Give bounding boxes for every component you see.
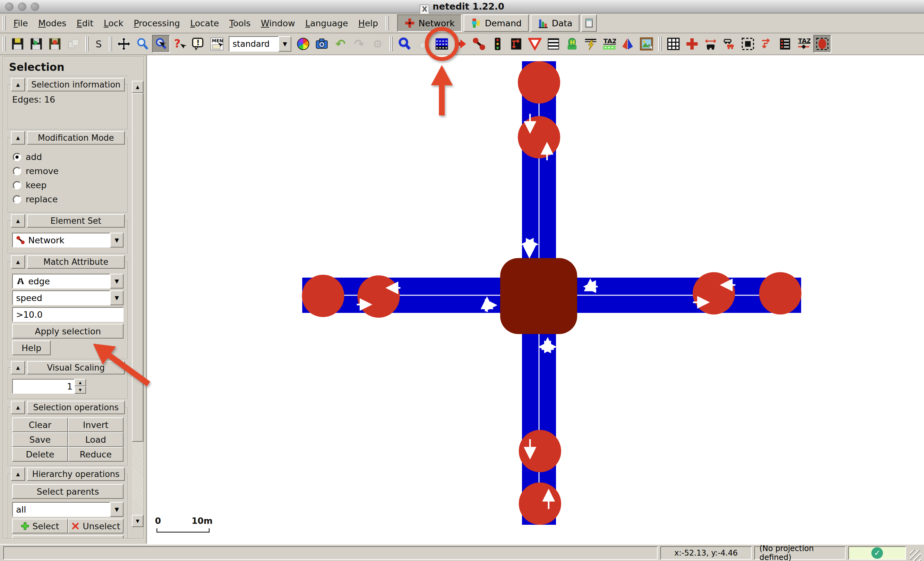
toolbar-gripper-2[interactable] — [86, 37, 88, 51]
decal-mode-button[interactable] — [638, 35, 656, 53]
collapse-hierarchy-operations-button[interactable]: ▲ — [11, 467, 25, 481]
inspect-mode-button[interactable] — [396, 35, 414, 53]
menu-processing[interactable]: Processing — [129, 15, 185, 31]
redo-button[interactable]: ↷ — [350, 35, 368, 53]
color-scheme-button[interactable] — [294, 35, 312, 53]
select-mode-button[interactable] — [433, 35, 451, 53]
hierarchy-filter-combobox[interactable]: all ▼ — [12, 502, 123, 517]
snapshot-button[interactable] — [313, 35, 331, 53]
radio-remove-circle[interactable] — [13, 167, 21, 175]
radio-add-circle[interactable] — [13, 153, 21, 161]
visual-scaling-spinner[interactable]: 1 ▲ ▼ — [12, 379, 86, 393]
select-parents-button[interactable]: Select parents — [12, 484, 123, 499]
message-window-button[interactable]: ! — [189, 35, 207, 53]
element-set-combobox[interactable]: Network ▼ — [12, 233, 123, 247]
delete-mode-button[interactable] — [414, 35, 432, 53]
resize-grip[interactable] — [910, 550, 921, 561]
toolbar-gripper-3[interactable] — [109, 37, 112, 51]
shape-mode-button[interactable] — [619, 35, 637, 53]
new-window-button[interactable] — [581, 14, 597, 32]
menu-tools[interactable]: Tools — [224, 15, 256, 31]
undo-button[interactable]: ↶ — [332, 35, 350, 53]
toolbar-gripper-5[interactable] — [658, 37, 662, 51]
radio-replace[interactable]: replace — [13, 194, 123, 204]
sidebar-scrollbar[interactable]: ▲ ▼ — [132, 81, 143, 527]
junction-shape-button[interactable] — [683, 35, 701, 53]
demand-supermode-tab[interactable]: Demand — [464, 14, 529, 32]
whats-this-button[interactable]: ? — [171, 35, 189, 53]
toolbar-gripper-4[interactable] — [390, 37, 393, 51]
toolbar-list-button[interactable] — [776, 35, 794, 53]
match-value-input[interactable]: >10.0 — [12, 307, 123, 322]
menu-hamburger-button[interactable]: MENU — [208, 35, 226, 53]
menubar-gripper[interactable] — [3, 16, 6, 30]
menu-modes[interactable]: Modes — [33, 15, 72, 31]
move-view-button[interactable] — [115, 35, 133, 53]
turning-arrows-button[interactable] — [758, 35, 776, 53]
network-supermode-tab[interactable]: Network — [397, 14, 462, 32]
supermode-gripper[interactable] — [386, 16, 389, 30]
radio-add[interactable]: add — [13, 152, 123, 162]
reload-button[interactable] — [64, 35, 82, 53]
delete-selection-button[interactable]: Delete — [12, 447, 68, 462]
hierarchy-filter-dropdown-arrow[interactable]: ▼ — [110, 502, 123, 517]
match-element-dropdown-arrow[interactable]: ▼ — [110, 274, 123, 289]
create-edge-mode-button[interactable] — [470, 35, 488, 53]
view-preset-combobox[interactable]: standard ▼ — [229, 36, 291, 52]
spread-vehicles-button[interactable] — [720, 35, 738, 53]
crossing-mode-button[interactable] — [544, 35, 562, 53]
collapse-modification-mode-button[interactable]: ▲ — [11, 131, 25, 145]
taz-mode-button[interactable]: TAZ — [600, 35, 618, 53]
invert-selection-button[interactable]: Invert — [68, 417, 124, 432]
scaling-decrease-button[interactable]: ▼ — [74, 386, 86, 393]
zoom-extents-button[interactable] — [134, 35, 152, 53]
collapse-visual-scaling-button[interactable]: ▲ — [11, 361, 25, 374]
scrollbar-thumb[interactable] — [132, 93, 143, 442]
connection-mode-button[interactable] — [507, 35, 525, 53]
save-network-button[interactable] — [27, 35, 45, 53]
visual-scaling-value[interactable]: 1 — [12, 379, 74, 393]
hierarchy-unselect-button[interactable]: Unselect — [68, 519, 124, 533]
match-help-button[interactable]: Help — [12, 340, 51, 355]
menu-lock[interactable]: Lock — [99, 15, 129, 31]
menu-edit[interactable]: Edit — [72, 15, 99, 31]
menu-language[interactable]: Language — [300, 15, 353, 31]
data-supermode-tab[interactable]: Data — [531, 14, 579, 32]
wire-mode-button[interactable] — [582, 35, 600, 53]
collapse-selection-information-button[interactable]: ▲ — [11, 78, 25, 91]
radio-keep[interactable]: keep — [13, 180, 123, 190]
radio-replace-circle[interactable] — [13, 195, 21, 203]
locate-pointer-button[interactable] — [152, 35, 170, 53]
select-children-button[interactable]: Select children — [12, 536, 123, 539]
collapse-selection-operations-button[interactable]: ▲ — [11, 401, 25, 414]
menu-window[interactable]: Window — [256, 15, 300, 31]
match-element-combobox[interactable]: edge ▼ — [12, 274, 123, 289]
radio-keep-circle[interactable] — [13, 181, 21, 190]
compute-options-button[interactable]: ⚙ — [369, 35, 387, 53]
save-selection-button[interactable]: Save — [12, 432, 68, 447]
elevation-view-button[interactable] — [702, 35, 720, 53]
load-selection-button[interactable]: Load — [68, 432, 124, 447]
select-area-button[interactable] — [739, 35, 757, 53]
apply-selection-button[interactable]: Apply selection — [12, 324, 123, 338]
prohibition-mode-button[interactable] — [526, 35, 544, 53]
toolbar-gripper-1[interactable] — [3, 37, 6, 51]
reduce-selection-button[interactable]: Reduce — [68, 447, 124, 462]
junction-bubble-button[interactable] — [813, 35, 831, 53]
scrollbar-down-arrow[interactable]: ▼ — [132, 515, 143, 527]
collapse-match-attribute-button[interactable]: ▲ — [11, 255, 25, 269]
save-additionals-button[interactable] — [46, 35, 64, 53]
collapse-element-set-button[interactable]: ▲ — [11, 214, 25, 227]
scaling-increase-button[interactable]: ▲ — [74, 379, 86, 386]
menu-help[interactable]: Help — [353, 15, 383, 31]
additional-mode-button[interactable]: H — [563, 35, 581, 53]
grid-toggle-button[interactable] — [664, 35, 682, 53]
scrollbar-up-arrow[interactable]: ▲ — [132, 81, 143, 93]
taz-relation-button[interactable]: TAZ — [795, 35, 813, 53]
network-canvas[interactable]: 0 10m — [147, 55, 924, 544]
match-attribute-dropdown-arrow[interactable]: ▼ — [110, 290, 123, 305]
match-attribute-combobox[interactable]: speed ▼ — [12, 290, 123, 305]
menu-locate[interactable]: Locate — [185, 15, 224, 31]
view-preset-dropdown-arrow[interactable]: ▼ — [279, 36, 291, 52]
move-mode-button[interactable] — [452, 35, 470, 53]
